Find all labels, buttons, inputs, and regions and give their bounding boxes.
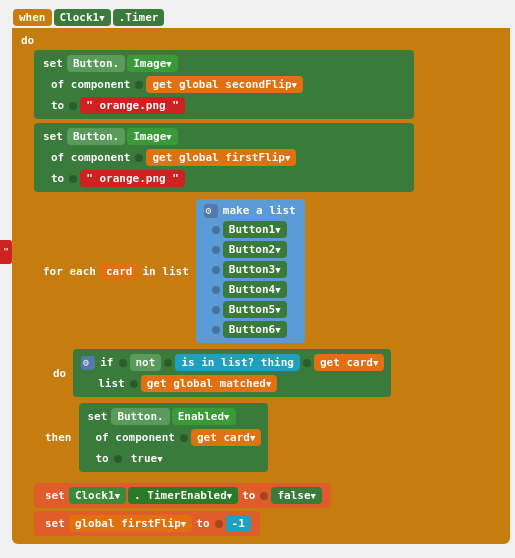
set-global-val: -1 [226, 515, 251, 532]
then-set-row2: of component get card [93, 428, 263, 447]
set-timer-prop[interactable]: . TimerEnabled [128, 487, 238, 504]
set2-set: set [43, 130, 63, 143]
if-gear-icon[interactable] [81, 356, 95, 370]
set1-get-label: get [152, 78, 172, 91]
set-timer-set: set [45, 489, 65, 502]
then-set-row1: set Button. Enabled [85, 407, 237, 426]
when-row: when Clock1 .Timer [12, 8, 511, 27]
set2-get-label: get [152, 151, 172, 164]
list-item-6: Button6 [210, 320, 288, 339]
then-row: then set Button. Enabled of component ge… [42, 403, 498, 472]
then-true[interactable]: true [125, 450, 169, 467]
set2-row2: of component get global firstFlip [48, 148, 297, 167]
foreach-in-list: in list [142, 265, 188, 278]
list-item-4: Button4 [210, 280, 288, 299]
btn6[interactable]: Button6 [223, 321, 287, 338]
set1-block: set Button. Image of component get globa… [34, 50, 504, 119]
set-timer-to: to [242, 489, 255, 502]
not-pill: not [130, 354, 162, 371]
if-label: if [100, 356, 113, 369]
btn2[interactable]: Button2 [223, 241, 287, 258]
set2-button: Button. [67, 128, 125, 145]
set1-get[interactable]: get global secondFlip [146, 76, 303, 93]
set-timer-inner: set Clock1 . TimerEnabled to false [34, 483, 331, 508]
set-global-to: to [196, 517, 209, 530]
set2-block: set Button. Image of component get globa… [34, 123, 504, 192]
make-list-label: make a list [223, 204, 296, 217]
if-block: if not is in list? thing get card list [73, 349, 391, 397]
list-label: list [98, 377, 125, 390]
then-to: to [96, 452, 109, 465]
side-tab-label: " [3, 247, 8, 257]
list-items: Button1 Button2 Button3 Button4 [210, 219, 288, 340]
foreach-block: for each card in list make a list Button… [34, 196, 504, 477]
if-row1: if not is in list? thing get card [79, 353, 385, 372]
set1-set: set [43, 57, 63, 70]
make-list-block: make a list Button1 Button2 [196, 199, 305, 343]
set-timer-clock[interactable]: Clock1 [69, 487, 126, 504]
workspace: " when Clock1 .Timer do set Button. Imag… [0, 0, 515, 558]
set2-row1: set Button. Image [40, 127, 179, 146]
foreach-do: do if not is in list? thing [34, 346, 504, 400]
gear-icon[interactable] [204, 204, 218, 218]
set2-global: global firstFlip [179, 151, 285, 164]
set-global-set: set [45, 517, 65, 530]
get-card[interactable]: get card [314, 354, 384, 371]
set1-button: Button. [67, 55, 125, 72]
set1-to: to [51, 99, 64, 112]
do-label: do [21, 34, 34, 47]
set-global-inner: set global firstFlip to -1 [34, 511, 260, 536]
list-item-2: Button2 [210, 240, 288, 259]
set-timer-block: set Clock1 . TimerEnabled to false [34, 483, 504, 508]
btn1[interactable]: Button1 [223, 221, 287, 238]
get-matched[interactable]: get global matched [141, 375, 278, 392]
set1-prop[interactable]: Image [127, 55, 178, 72]
set1-value: " orange.png " [80, 97, 185, 114]
then-button: Button. [111, 408, 169, 425]
then-set-block: set Button. Enabled of component get car… [79, 403, 269, 472]
set1-of: of component [51, 78, 130, 91]
list-item-3: Button3 [210, 260, 288, 279]
then-of: of component [96, 431, 175, 444]
btn3[interactable]: Button3 [223, 261, 287, 278]
set2-value: " orange.png " [80, 170, 185, 187]
btn5[interactable]: Button5 [223, 301, 287, 318]
then-set: set [88, 410, 108, 423]
set1-row2: of component get global secondFlip [48, 75, 304, 94]
timer-event: .Timer [113, 9, 165, 26]
set1-global: global secondFlip [179, 78, 292, 91]
set2-of: of component [51, 151, 130, 164]
btn4[interactable]: Button4 [223, 281, 287, 298]
clock-pill[interactable]: Clock1 [54, 9, 111, 26]
set-global-global[interactable]: global firstFlip [69, 515, 192, 532]
is-in-list: is in list? thing [175, 354, 300, 371]
then-wrapper: then set Button. Enabled of component ge… [34, 400, 504, 477]
when-label: when [13, 9, 52, 26]
set-timer-val[interactable]: false [271, 487, 322, 504]
foreach-label: for each [43, 265, 96, 278]
set2-to: to [51, 172, 64, 185]
list-item-5: Button5 [210, 300, 288, 319]
if-row2: list get global matched [95, 374, 278, 393]
list-item-1: Button1 [210, 220, 288, 239]
then-get-card[interactable]: get card [191, 429, 261, 446]
side-tab[interactable]: " [0, 240, 12, 264]
then-set-row3: to true [93, 449, 170, 468]
set1-row3: to " orange.png " [48, 96, 186, 115]
do-wrapper: do set Button. Image of component get gl… [12, 28, 510, 544]
do-inner-label: do [53, 367, 66, 380]
set-global-block: set global firstFlip to -1 [34, 511, 504, 536]
set1-row1: set Button. Image [40, 54, 179, 73]
foreach-card: card [100, 263, 139, 280]
set2-prop[interactable]: Image [127, 128, 178, 145]
set2-row3: to " orange.png " [48, 169, 186, 188]
do-inner-row: do if not is in list? thing [50, 349, 498, 397]
make-list-header: make a list [202, 203, 299, 218]
then-prop[interactable]: Enabled [172, 408, 236, 425]
set2-get[interactable]: get global firstFlip [146, 149, 296, 166]
do-label-row: do [18, 33, 504, 48]
then-label: then [45, 431, 72, 444]
